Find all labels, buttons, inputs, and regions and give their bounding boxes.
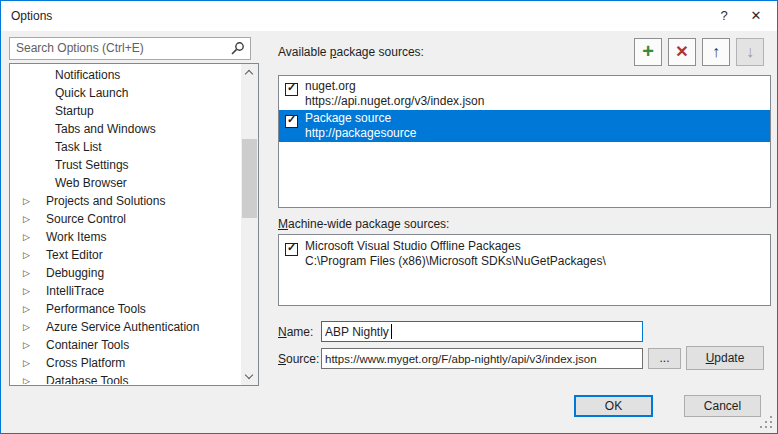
chevron-down-icon (245, 371, 253, 379)
window-title: Options (11, 9, 52, 23)
tree-item-label: Performance Tools (46, 302, 146, 316)
ok-button[interactable]: OK (574, 395, 653, 417)
tree-item[interactable]: ▷ Debugging (10, 264, 241, 282)
expander-icon[interactable]: ▷ (23, 264, 30, 282)
tree-item-label: Debugging (46, 266, 104, 280)
delete-x-icon: ✕ (669, 39, 695, 64)
tree-item-label: Startup (55, 104, 94, 118)
machine-sources-label: Machine-wide package sources: (278, 217, 449, 231)
expander-icon[interactable]: ▷ (23, 336, 30, 354)
search-icon (230, 41, 245, 56)
tree-item[interactable]: ▷ Cross Platform (10, 354, 241, 372)
help-icon: ? (720, 8, 727, 23)
machine-source-item[interactable]: ✓ Microsoft Visual Studio Offline Packag… (279, 238, 770, 270)
expander-icon[interactable]: ▷ (23, 318, 30, 336)
search-placeholder: Search Options (Ctrl+E) (16, 41, 144, 55)
machine-source-path: C:\Program Files (x86)\Microsoft SDKs\Nu… (305, 254, 606, 268)
package-source-item[interactable]: ✓ Package source http://packagesource (279, 110, 770, 142)
package-source-url: http://packagesource (305, 126, 416, 140)
tree-item-label: Trust Settings (55, 158, 129, 172)
tree-scrollbar[interactable] (241, 64, 258, 385)
check-icon: ✓ (287, 241, 296, 254)
remove-source-button[interactable]: ✕ (668, 38, 696, 66)
tree-item-label: Notifications (55, 68, 120, 82)
expander-icon[interactable]: ▷ (23, 228, 30, 246)
check-icon: ✓ (287, 81, 296, 94)
tree-item-label: Text Editor (46, 248, 103, 262)
scrollbar-thumb[interactable] (242, 139, 257, 218)
check-icon: ✓ (287, 113, 296, 126)
checkbox-checked[interactable]: ✓ (285, 83, 298, 96)
expander-icon[interactable]: ▷ (23, 372, 30, 384)
chevron-up-icon (245, 70, 253, 78)
machine-sources-list: ✓ Microsoft Visual Studio Offline Packag… (278, 234, 771, 306)
cancel-button[interactable]: Cancel (684, 395, 761, 417)
options-tree: ▷ Notifications ▷ Quick Launch ▷ Startup… (9, 63, 259, 386)
expander-icon[interactable]: ▷ (23, 282, 30, 300)
arrow-down-icon: ↓ (737, 39, 763, 64)
move-up-button[interactable]: ↑ (702, 38, 730, 66)
tree-item[interactable]: ▷ Startup (10, 102, 241, 120)
tree-rows: ▷ Notifications ▷ Quick Launch ▷ Startup… (10, 66, 241, 384)
tree-item[interactable]: ▷ Performance Tools (10, 300, 241, 318)
tree-item-label: Azure Service Authentication (46, 320, 199, 334)
expander-icon[interactable]: ▷ (23, 354, 30, 372)
tree-item[interactable]: ▷ Azure Service Authentication (10, 318, 241, 336)
scroll-down-button[interactable] (241, 368, 258, 385)
checkbox-checked[interactable]: ✓ (285, 243, 298, 256)
tree-item[interactable]: ▷ IntelliTrace (10, 282, 241, 300)
update-button[interactable]: Update (686, 346, 764, 370)
package-source-name: nuget.org (305, 79, 356, 93)
tree-item-label: Tabs and Windows (55, 122, 156, 136)
text-caret (391, 324, 392, 339)
tree-item[interactable]: ▷ Text Editor (10, 246, 241, 264)
help-button[interactable]: ? (707, 1, 741, 31)
tree-item-label: Quick Launch (55, 86, 128, 100)
tree-item[interactable]: ▷ Database Tools (10, 372, 241, 384)
tree-item[interactable]: ▷ Container Tools (10, 336, 241, 354)
source-label: Source: (278, 352, 319, 366)
tree-item[interactable]: ▷ Tabs and Windows (10, 120, 241, 138)
tree-item[interactable]: ▷ Source Control (10, 210, 241, 228)
package-source-item[interactable]: ✓ nuget.org https://api.nuget.org/v3/ind… (279, 78, 770, 110)
expander-icon[interactable]: ▷ (23, 300, 30, 318)
plus-icon: + (635, 39, 661, 64)
tree-item-label: Database Tools (46, 374, 129, 384)
tree-item[interactable]: ▷ Trust Settings (10, 156, 241, 174)
expander-icon[interactable]: ▷ (23, 246, 30, 264)
tree-item-label: IntelliTrace (46, 284, 104, 298)
tree-item-label: Projects and Solutions (46, 194, 165, 208)
tree-item-label: Task List (55, 140, 102, 154)
name-field[interactable] (321, 321, 643, 342)
close-icon: ✕ (751, 8, 762, 23)
tree-item[interactable]: ▷ Work Items (10, 228, 241, 246)
available-sources-list: ✓ nuget.org https://api.nuget.org/v3/ind… (278, 75, 771, 208)
name-label: Name: (278, 325, 313, 339)
machine-source-name: Microsoft Visual Studio Offline Packages (305, 239, 521, 253)
expander-icon[interactable]: ▷ (23, 210, 30, 228)
browse-button[interactable]: ... (648, 348, 681, 369)
tree-item-label: Work Items (46, 230, 106, 244)
tree-item-label: Container Tools (46, 338, 129, 352)
title-bar[interactable]: Options ? ✕ (1, 1, 777, 31)
add-source-button[interactable]: + (634, 38, 662, 66)
resize-grip[interactable] (770, 426, 772, 428)
search-input[interactable]: Search Options (Ctrl+E) (9, 37, 251, 60)
available-sources-label: Available package sources: (278, 45, 424, 59)
tree-item[interactable]: ▷ Web Browser (10, 174, 241, 192)
close-button[interactable]: ✕ (739, 1, 773, 31)
tree-item-label: Web Browser (55, 176, 127, 190)
tree-item[interactable]: ▷ Notifications (10, 66, 241, 84)
tree-item-label: Cross Platform (46, 356, 125, 370)
tree-item[interactable]: ▷ Projects and Solutions (10, 192, 241, 210)
move-down-button[interactable]: ↓ (736, 38, 764, 66)
tree-item[interactable]: ▷ Task List (10, 138, 241, 156)
arrow-up-icon: ↑ (703, 39, 729, 64)
expander-icon[interactable]: ▷ (23, 192, 30, 210)
source-field[interactable] (321, 348, 643, 369)
tree-item[interactable]: ▷ Quick Launch (10, 84, 241, 102)
scroll-up-button[interactable] (241, 64, 258, 81)
checkbox-checked[interactable]: ✓ (285, 115, 298, 128)
options-dialog: Options ? ✕ Search Options (Ctrl+E) ▷ No… (0, 0, 778, 434)
package-source-name: Package source (305, 111, 391, 125)
